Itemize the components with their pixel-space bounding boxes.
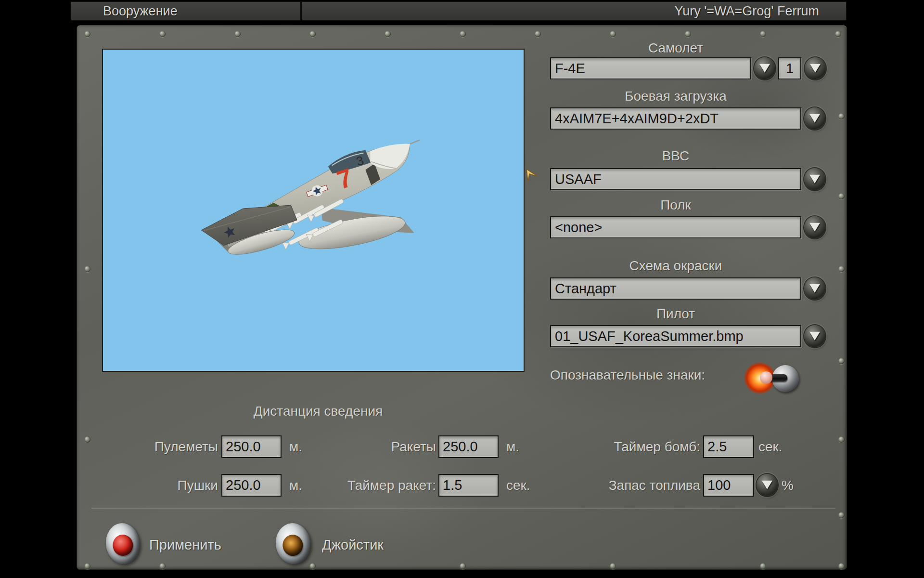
screw-icon <box>84 436 90 443</box>
tab-armament-label: Вооружение <box>71 4 178 19</box>
titlebar-right-section: Yury '=WA=Grog' Ferrum <box>302 2 846 20</box>
screw-icon <box>838 113 845 119</box>
aircraft-image: 7 3 <box>103 50 524 371</box>
rocket-timer-input[interactable] <box>438 474 499 497</box>
machineguns-label: Пулеметы <box>135 440 218 454</box>
section-divider <box>91 508 835 509</box>
markings-toggle[interactable] <box>744 359 811 401</box>
screw-icon <box>84 31 90 37</box>
cannons-input[interactable] <box>221 474 282 497</box>
rockets-input[interactable] <box>438 435 499 458</box>
rockets-label: Ракеты <box>361 440 436 454</box>
rockets-unit: м. <box>506 440 519 454</box>
dropdown-arrow-icon <box>809 284 820 293</box>
dropdown-arrow-icon <box>809 175 820 184</box>
screw-icon <box>760 31 766 37</box>
screw-icon <box>838 193 845 199</box>
joystick-button[interactable] <box>274 521 312 565</box>
screw-icon <box>535 31 541 37</box>
paint-scheme-dropdown-button[interactable] <box>804 277 825 300</box>
screw-icon <box>460 31 466 37</box>
screw-icon <box>838 266 845 272</box>
dropdown-arrow-icon <box>762 481 772 489</box>
screw-icon <box>309 31 316 37</box>
aircraft-label: Самолет <box>550 41 801 55</box>
cannons-unit: м. <box>289 478 302 493</box>
titlebar: Вооружение Yury '=WA=Grog' Ferrum <box>70 1 847 21</box>
screw-icon <box>685 31 691 37</box>
screw-icon <box>760 563 766 569</box>
bomb-timer-label: Таймер бомб: <box>602 440 700 454</box>
screw-icon <box>159 563 166 569</box>
main-panel: 7 3 <box>77 25 847 570</box>
fuel-label: Запас топлива <box>602 478 700 493</box>
tab-armament[interactable]: Вооружение <box>71 2 302 20</box>
apply-label: Применить <box>149 537 221 553</box>
joystick-label: Джойстик <box>322 537 384 553</box>
aircraft-viewer[interactable]: 7 3 <box>102 49 525 372</box>
aircraft-count-button[interactable] <box>805 57 826 79</box>
loadout-label: Боевая загрузка <box>550 89 801 104</box>
aircraft-dropdown-button[interactable] <box>754 57 775 79</box>
paint-scheme-dropdown[interactable]: Стандарт <box>550 277 801 300</box>
markings-label: Опознавательные знаки: <box>550 368 705 382</box>
dropdown-arrow-icon <box>809 114 820 123</box>
dropdown-arrow-icon <box>809 223 820 232</box>
mouse-cursor-icon <box>526 168 539 183</box>
screw-icon <box>610 31 616 37</box>
screw-icon <box>385 31 391 37</box>
screw-icon <box>838 563 845 569</box>
screw-icon <box>234 31 241 37</box>
screw-icon <box>838 512 845 518</box>
player-name: Yury '=WA=Grog' Ferrum <box>675 4 846 19</box>
screw-icon <box>84 266 90 272</box>
dropdown-arrow-icon <box>810 64 821 73</box>
loadout-dropdown-button[interactable] <box>804 107 825 130</box>
bomb-timer-unit: сек. <box>758 440 783 454</box>
apply-button[interactable] <box>104 522 142 566</box>
machineguns-unit: м. <box>289 440 302 454</box>
aircraft-dropdown[interactable]: F-4E <box>550 57 751 79</box>
screw-icon <box>835 31 841 37</box>
aircraft-count-field[interactable]: 1 <box>778 57 801 79</box>
screw-icon <box>309 563 316 569</box>
pilot-dropdown-button[interactable] <box>804 325 825 347</box>
fuel-input[interactable] <box>703 474 754 497</box>
amber-button-icon <box>282 534 304 557</box>
screw-icon <box>460 563 466 569</box>
fuel-stepper-button[interactable] <box>757 474 778 496</box>
screw-icon <box>838 358 845 364</box>
toggle-knob <box>760 371 772 384</box>
screw-icon <box>838 436 845 443</box>
regiment-dropdown-button[interactable] <box>804 216 825 238</box>
airforce-dropdown-button[interactable] <box>804 168 825 190</box>
regiment-label: Полк <box>550 198 801 212</box>
cannons-label: Пушки <box>135 478 218 493</box>
convergence-title: Дистанция сведения <box>246 404 390 419</box>
rocket-timer-label: Таймер ракет: <box>337 478 436 493</box>
screw-icon <box>84 563 90 569</box>
airforce-label: ВВС <box>550 149 801 163</box>
fuel-unit: % <box>782 478 794 493</box>
screw-icon <box>159 31 166 37</box>
airforce-dropdown[interactable]: USAAF <box>550 168 801 190</box>
dropdown-arrow-icon <box>759 64 770 73</box>
bomb-timer-input[interactable] <box>703 435 754 458</box>
loadout-dropdown[interactable]: 4xAIM7E+4xAIM9D+2xDT <box>550 107 801 130</box>
pilot-dropdown[interactable]: 01_USAF_KoreaSummer.bmp <box>550 325 801 347</box>
screw-icon <box>610 563 616 569</box>
dropdown-arrow-icon <box>809 332 820 341</box>
machineguns-input[interactable] <box>221 435 282 458</box>
regiment-dropdown[interactable]: <none> <box>550 216 801 238</box>
pilot-label: Пилот <box>550 307 801 321</box>
rocket-timer-unit: сек. <box>506 478 530 493</box>
paint-scheme-label: Схема окраски <box>550 259 801 273</box>
red-button-icon <box>112 534 134 557</box>
